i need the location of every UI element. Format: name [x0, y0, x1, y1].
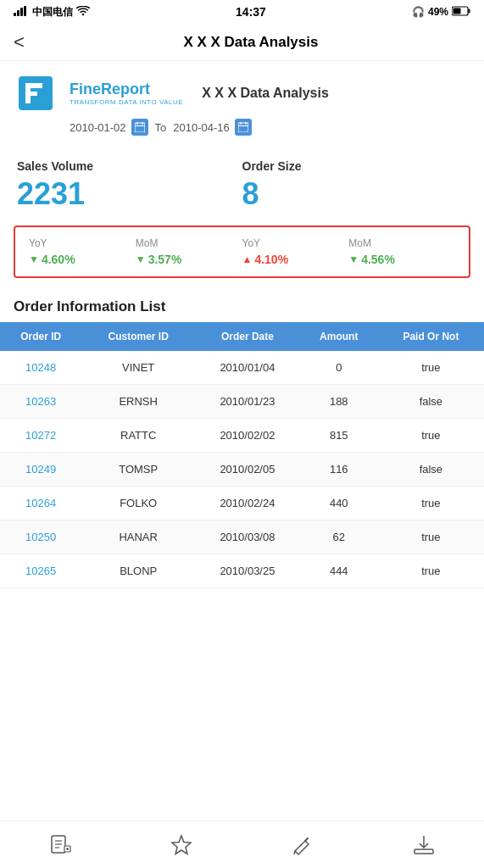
status-time: 14:37: [236, 5, 266, 19]
cell-amount: 116: [300, 453, 378, 487]
cell-customer-id: HANAR: [81, 520, 195, 554]
order-info-section: Order Information List Order ID Customer…: [0, 292, 484, 588]
calendar-to-icon[interactable]: [235, 119, 252, 136]
cell-amount: 815: [300, 419, 378, 453]
nav-star-button[interactable]: [170, 834, 192, 856]
cell-customer-id: TOMSP: [81, 453, 195, 487]
brand-row: FineReport TRANSFORM DATA INTO VALUE X X…: [17, 75, 467, 112]
metrics-section: Sales Volume 2231 Order Size 8: [0, 146, 484, 219]
svg-rect-10: [25, 92, 37, 96]
svg-line-28: [294, 851, 295, 854]
date-to-label: 2010-04-16: [173, 121, 230, 134]
table-row: 10249TOMSP2010/02/05116false: [0, 453, 484, 487]
battery-label: 49%: [428, 6, 448, 18]
cell-paid-or-not: true: [378, 520, 484, 554]
svg-rect-3: [24, 6, 26, 16]
cell-paid-or-not: true: [378, 487, 484, 520]
nav-title: X X X Data Analysis: [31, 34, 470, 51]
cell-order-id[interactable]: 10248: [0, 351, 81, 385]
svg-rect-9: [25, 83, 42, 88]
svg-rect-1: [17, 10, 19, 16]
table-header-row: Order ID Customer ID Order Date Amount P…: [0, 322, 484, 351]
nav-edit-button[interactable]: [292, 834, 314, 856]
cell-order-date: 2010/02/24: [195, 487, 300, 520]
col-customer-id: Customer ID: [81, 322, 195, 351]
cell-order-id[interactable]: 10264: [0, 487, 81, 520]
cell-order-date: 2010/01/23: [195, 385, 300, 419]
brand-name: FineReport: [70, 81, 183, 99]
cell-paid-or-not: true: [378, 554, 484, 588]
order-table: Order ID Customer ID Order Date Amount P…: [0, 322, 484, 588]
stat-mom-2: MoM ▼ 4.56%: [348, 237, 455, 266]
carrier-label: 中国电信: [32, 5, 73, 19]
arrow-up-1: ▲: [242, 253, 253, 265]
cell-order-date: 2010/01/04: [195, 351, 300, 385]
col-order-id: Order ID: [0, 322, 81, 351]
status-left: 中国电信: [14, 5, 90, 19]
wifi-icon: [76, 6, 90, 19]
svg-marker-26: [172, 836, 191, 854]
svg-rect-15: [238, 123, 248, 132]
stat-val-2: 3.57%: [148, 253, 182, 266]
cell-amount: 440: [300, 487, 378, 520]
brand-tagline: TRANSFORM DATA INTO VALUE: [70, 98, 183, 106]
arrow-down-1: ▼: [29, 253, 39, 265]
status-bar: 中国电信 14:37 🎧 49%: [0, 0, 484, 24]
table-row: 10250HANAR2010/03/0862true: [0, 520, 484, 554]
cell-order-id[interactable]: 10249: [0, 453, 81, 487]
stat-yoy-2: YoY ▲ 4.10%: [242, 237, 349, 266]
cell-amount: 188: [300, 385, 378, 419]
cell-order-id[interactable]: 10263: [0, 385, 81, 419]
cell-order-date: 2010/03/08: [195, 520, 300, 554]
nav-download-button[interactable]: [413, 834, 435, 856]
to-label: To: [155, 121, 167, 134]
svg-rect-2: [20, 8, 23, 16]
header-card: FineReport TRANSFORM DATA INTO VALUE X X…: [0, 61, 484, 146]
cell-order-id[interactable]: 10265: [0, 554, 81, 588]
table-row: 10264FOLKO2010/02/24440true: [0, 487, 484, 520]
arrow-down-2: ▼: [136, 253, 146, 265]
stat-yoy-1: YoY ▼ 4.60%: [29, 237, 136, 266]
cell-amount: 0: [300, 351, 378, 385]
status-right: 🎧 49%: [412, 6, 470, 19]
table-row: 10265BLONP2010/03/25444true: [0, 554, 484, 588]
cell-customer-id: FOLKO: [81, 487, 195, 520]
cell-amount: 62: [300, 520, 378, 554]
col-paid-or-not: Paid Or Not: [378, 322, 484, 351]
cell-order-id[interactable]: 10250: [0, 520, 81, 554]
order-size-label: Order Size: [242, 159, 468, 173]
cell-customer-id: BLONP: [81, 554, 195, 588]
arrow-down-3: ▼: [348, 253, 359, 265]
cell-order-id[interactable]: 10272: [0, 419, 81, 453]
bottom-nav: [0, 821, 484, 868]
cell-amount: 444: [300, 554, 378, 588]
headphone-icon: 🎧: [412, 6, 425, 18]
order-size-block: Order Size 8: [242, 159, 468, 212]
order-list-title: Order Information List: [0, 292, 484, 322]
cell-order-date: 2010/02/02: [195, 419, 300, 453]
table-row: 10263ERNSH2010/01/23188false: [0, 385, 484, 419]
svg-rect-5: [469, 8, 470, 13]
calendar-from-icon[interactable]: [131, 119, 148, 136]
back-button[interactable]: <: [14, 31, 25, 53]
signal-icon: [14, 6, 29, 19]
order-size-value: 8: [242, 176, 468, 212]
cell-paid-or-not: true: [378, 351, 484, 385]
report-title: X X X Data Analysis: [202, 86, 467, 101]
cell-customer-id: ERNSH: [81, 385, 195, 419]
nav-bar: < X X X Data Analysis: [0, 24, 484, 61]
sales-volume-value: 2231: [17, 176, 242, 212]
table-row: 10272RATTC2010/02/02815true: [0, 419, 484, 453]
cell-paid-or-not: true: [378, 419, 484, 453]
stat-val-4: 4.56%: [361, 253, 395, 266]
col-order-date: Order Date: [195, 322, 300, 351]
cell-paid-or-not: false: [378, 453, 484, 487]
svg-rect-29: [414, 849, 433, 854]
yoy-mom-box: YoY ▼ 4.60% MoM ▼ 3.57% YoY ▲ 4.10% MoM …: [14, 225, 470, 278]
stat-val-1: 4.60%: [42, 253, 75, 266]
cell-customer-id: VINET: [81, 351, 195, 385]
stat-mom-1: MoM ▼ 3.57%: [136, 237, 242, 266]
nav-report-button[interactable]: [49, 835, 71, 855]
svg-rect-11: [135, 123, 145, 132]
svg-line-27: [305, 838, 308, 841]
